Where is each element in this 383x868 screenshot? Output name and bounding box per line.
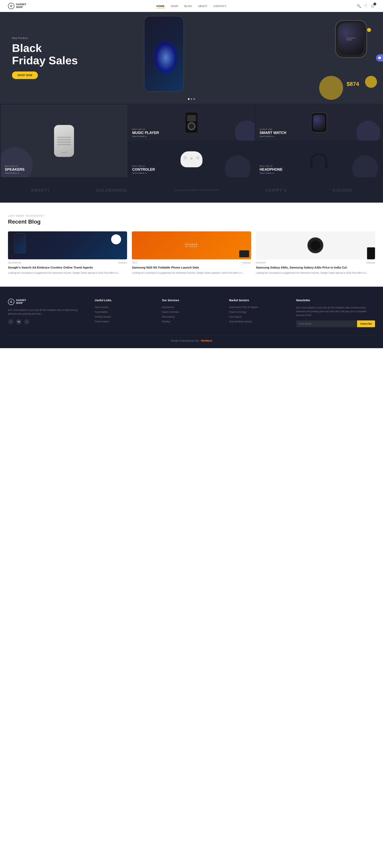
brand-goldengrid[interactable]: GOLDENGRID. (96, 188, 128, 193)
footer-logo-circle: G (8, 299, 14, 305)
headphone-show: Show Products ► (259, 172, 282, 174)
brand-golden[interactable]: GOLDEN (333, 188, 352, 193)
newsletter-subscribe-button[interactable]: Subscribe (357, 320, 375, 327)
hero-title: Black Friday Sales (12, 42, 78, 66)
footer-market-ship[interactable]: Ship Building Industry (229, 320, 288, 323)
hero-images: NO EVENTSTODAY (134, 12, 383, 104)
product-card-music-player[interactable]: Best One Of MUSIC PLAYER Show Products ► (128, 104, 255, 141)
footer-newsletter-title: Newsletter (296, 299, 375, 302)
cart-badge: 0 (374, 3, 376, 5)
product-card-headphone[interactable]: Best One Of HEADPHONE Show Products ► (255, 141, 382, 177)
hero-phone-image (144, 16, 184, 92)
hero-watch-image: NO EVENTSTODAY (335, 20, 367, 58)
brand-chippys[interactable]: CHIPPY'S (265, 188, 287, 193)
nav-home[interactable]: HOME (156, 4, 165, 8)
footer-service-adventures[interactable]: Adventures (162, 306, 221, 309)
speakers-show: Show Products ► (5, 172, 25, 174)
music-player-label: Best One Of MUSIC PLAYER Show Products ► (132, 128, 159, 137)
nav-shop[interactable]: SHOP (171, 4, 178, 8)
cart-icon[interactable]: 🛒 0 (371, 4, 375, 8)
search-icon[interactable]: 🔍 (357, 4, 361, 8)
hero-price: $874 (347, 80, 359, 92)
blog-excerpt-3: Looking for a business to supplement his… (256, 271, 375, 275)
watch-face: NO EVENTSTODAY (338, 23, 364, 55)
blog-post-2[interactable]: CHANGE BY DESIGN Tech moderator Samsung … (132, 231, 251, 275)
hero-content: New Product Black Friday Sales SHOP NOW (12, 37, 78, 79)
brand-sweety[interactable]: SWEETY (31, 188, 50, 193)
blog-meta-2: Tech moderator (132, 262, 251, 264)
music-player-show: Show Products ► (132, 135, 159, 137)
smart-watch-show: Show Products ► (259, 135, 286, 137)
controler-label: Best One Of CONTROLER Show Products ► (132, 165, 155, 174)
nav-icons: 🔍 ♡ 🛒 0 (357, 4, 375, 8)
logo-text: GADGET SHOP (16, 3, 26, 8)
footer-market-title: Market Sectors (229, 299, 288, 302)
nav-blog[interactable]: BLOG (184, 4, 192, 8)
yellow-circle-large (319, 76, 343, 100)
footer-service-roofing[interactable]: Roofing (162, 320, 221, 323)
blog-excerpt-2: Looking for a business to supplement his… (132, 271, 251, 275)
product-card-controler[interactable]: Best One Of CONTROLER Show Products ► (128, 141, 255, 177)
blog-section-title: Recent Blog (8, 219, 375, 225)
hero-section: New Product Black Friday Sales SHOP NOW … (0, 12, 383, 104)
footer: G GADGET SHOP but i must explain to you … (0, 287, 383, 348)
blog-title-2: Samsung W20 5G Foldable Phone Launch Dat… (132, 266, 251, 270)
product-card-smart-watch[interactable]: 09 Best One SMART WATCH Show Products ► (255, 104, 382, 141)
footer-about-text: but i must explain to you how all this m… (8, 308, 87, 316)
footer-link-how-it-works[interactable]: How it works (95, 306, 154, 309)
hero-tag: New Product (12, 37, 78, 39)
blog-title-1: Google's Search Ad Embrace Crushes Onlin… (8, 266, 127, 270)
brands-section: SWEETY GOLDENGRID. DESIGNLOVERS GEEKHEAV… (0, 178, 383, 203)
footer-market-col: Market Sectors Automotive Parts & System… (229, 299, 288, 328)
newsletter-email-input[interactable] (296, 320, 357, 327)
footer-brand-link[interactable]: WebWynk (201, 339, 212, 342)
blog-section: LAST NEWS TECHNOLOGY Recent Blog Decorat… (0, 203, 383, 287)
wishlist-icon[interactable]: ♡ (364, 4, 368, 8)
brand-designlovers[interactable]: DESIGNLOVERS GEEKHEAVEN (174, 189, 220, 192)
footer-useful-links-col: Useful Links How it works Cancellation G… (95, 299, 154, 328)
product-grid: amazon Best One Of SPEAKERS Show Product… (0, 104, 383, 178)
footer-about-col: G GADGET SHOP but i must explain to you … (8, 299, 87, 328)
footer-market-aero[interactable]: Aero Space (229, 315, 288, 318)
blog-meta-1: Decoration moderator (8, 262, 127, 264)
footer-market-links: Automotive Parts & System Power & Energy… (229, 306, 288, 323)
shop-now-button[interactable]: SHOP NOW (12, 71, 38, 79)
newsletter-form: Subscribe (296, 320, 375, 327)
scroll-hint: ↑ (366, 49, 367, 51)
blog-excerpt-1: Looking for a business to supplement his… (8, 271, 127, 275)
nav-about[interactable]: ABOUT (198, 4, 207, 8)
headphone-label: Best One Of HEADPHONE Show Products ► (259, 165, 282, 174)
blog-grid: Decoration moderator Google's Search Ad … (8, 231, 375, 275)
speakers-label: Best One Of SPEAKERS Show Products ► (5, 165, 25, 174)
blog-post-1[interactable]: Decoration moderator Google's Search Ad … (8, 231, 127, 275)
footer-useful-links-title: Useful Links (95, 299, 154, 302)
facebook-icon[interactable]: f (8, 319, 13, 324)
product-card-speakers[interactable]: amazon Best One Of SPEAKERS Show Product… (1, 104, 128, 177)
footer-link-getting-started[interactable]: Getting Started (95, 315, 154, 318)
footer-services-col: Our Services Adventures Expert Interview… (162, 299, 221, 328)
footer-service-remodeling[interactable]: Remodeling (162, 315, 221, 318)
nav-contact[interactable]: CONTACT (213, 4, 227, 8)
footer-link-photo-gallery[interactable]: Photo Gallery (95, 320, 154, 323)
blog-meta-3: Interior moderator (256, 262, 375, 264)
footer-social: f 📷 t (8, 319, 87, 324)
blog-post-3[interactable]: Interior moderator Samsung Galaxy A50s, … (256, 231, 375, 275)
footer-services-title: Our Services (162, 299, 221, 302)
blog-img-1 (8, 231, 127, 259)
instagram-icon[interactable]: 📷 (16, 319, 22, 324)
footer-logo-text: GADGET SHOP (16, 299, 26, 304)
footer-service-expert-interview[interactable]: Expert Interview (162, 311, 221, 313)
footer-services-links: Adventures Expert Interview Remodeling R… (162, 306, 221, 323)
footer-link-cancellation[interactable]: Cancellation (95, 311, 154, 313)
blog-img-3 (256, 231, 375, 259)
chat-button[interactable]: 💬 (376, 54, 383, 61)
footer-newsletter-text: but i must explain to you how all this m… (296, 306, 375, 317)
navbar: G GADGET SHOP HOME SHOP BLOG ABOUT CONTA… (0, 0, 383, 12)
footer-grid: G GADGET SHOP but i must explain to you … (8, 299, 375, 328)
logo[interactable]: G GADGET SHOP (8, 3, 26, 9)
yellow-dot-medium (365, 76, 377, 88)
twitter-icon[interactable]: t (24, 319, 30, 324)
footer-market-power[interactable]: Power & Energy (229, 311, 288, 313)
smart-watch-label: 09 Best One SMART WATCH Show Products ► (259, 128, 286, 137)
footer-market-automotive[interactable]: Automotive Parts & System (229, 306, 288, 309)
